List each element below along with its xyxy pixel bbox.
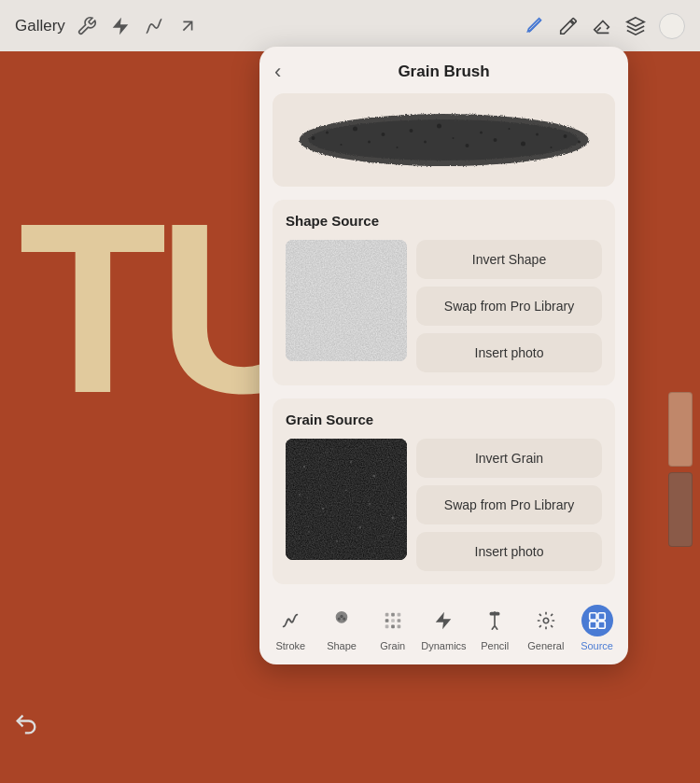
svg-rect-58: [589, 613, 595, 620]
brush-panel: ‹ Grain Brush: [259, 47, 628, 664]
brush-stroke-svg: [273, 93, 615, 187]
stroke-tab-label: Stroke: [275, 640, 305, 651]
svg-point-37: [345, 489, 347, 491]
swap-grain-library-button[interactable]: Swap from Pro Library: [416, 485, 602, 524]
shape-tab-icon: [326, 605, 357, 636]
shape-tab-label: Shape: [327, 640, 357, 651]
svg-rect-59: [597, 613, 604, 620]
svg-point-14: [424, 141, 427, 144]
svg-point-36: [322, 508, 324, 510]
wrench-icon[interactable]: [77, 16, 97, 36]
svg-point-42: [359, 526, 361, 528]
svg-rect-61: [597, 622, 604, 628]
svg-point-39: [392, 517, 395, 520]
tab-dynamics[interactable]: Dynamics: [420, 605, 467, 651]
panel-tab-bar: Stroke Shape: [259, 597, 628, 655]
pencil-tab-icon: [479, 605, 511, 636]
svg-rect-27: [286, 240, 407, 361]
insert-photo-shape-button[interactable]: Insert photo: [416, 333, 602, 372]
panel-title: Grain Brush: [302, 63, 585, 81]
svg-marker-56: [436, 612, 452, 629]
insert-photo-grain-button[interactable]: Insert photo: [416, 532, 602, 571]
svg-rect-51: [391, 619, 395, 622]
panel-header: ‹ Grain Brush: [259, 47, 628, 93]
svg-point-19: [494, 138, 497, 142]
undo-button[interactable]: [9, 707, 43, 741]
svg-point-23: [551, 147, 553, 148]
svg-rect-55: [397, 625, 400, 629]
grain-source-buttons: Invert Grain Swap from Pro Library Inser…: [416, 439, 602, 571]
tab-shape[interactable]: Shape: [318, 605, 365, 651]
svg-rect-50: [385, 619, 389, 622]
palette-swatch-1[interactable]: [668, 392, 693, 467]
svg-point-34: [387, 456, 389, 458]
tab-stroke[interactable]: Stroke: [267, 605, 314, 651]
pencil-tip-icon[interactable]: [525, 16, 545, 36]
lightning-icon[interactable]: [110, 16, 131, 36]
svg-point-8: [341, 144, 343, 146]
svg-rect-54: [391, 625, 395, 629]
tab-general[interactable]: General: [523, 605, 569, 651]
grain-source-content: Invert Grain Swap from Pro Library Inser…: [286, 439, 602, 571]
svg-point-57: [543, 618, 549, 623]
color-swatch[interactable]: [659, 13, 685, 39]
tab-pencil[interactable]: Pencil: [471, 605, 518, 651]
svg-point-32: [350, 461, 352, 463]
grain-source-title: Grain Source: [286, 412, 602, 427]
panel-back-button[interactable]: ‹: [274, 60, 302, 84]
svg-point-22: [536, 133, 539, 136]
svg-point-24: [564, 134, 567, 138]
svg-point-5: [309, 119, 580, 161]
source-tab-label: Source: [581, 640, 613, 651]
svg-point-21: [521, 142, 525, 147]
svg-rect-49: [397, 613, 400, 617]
svg-point-35: [299, 494, 301, 496]
shape-source-content: Invert Shape Swap from Pro Library Inser…: [286, 240, 602, 372]
grain-noise-svg: [286, 439, 407, 560]
svg-point-30: [303, 466, 305, 468]
layers-icon[interactable]: [625, 16, 646, 36]
palette-swatch-2[interactable]: [668, 472, 693, 547]
svg-point-20: [509, 128, 511, 130]
svg-point-25: [578, 141, 581, 144]
svg-point-15: [437, 124, 441, 129]
svg-point-33: [373, 475, 376, 478]
svg-rect-53: [385, 625, 389, 629]
svg-rect-52: [397, 619, 400, 622]
svg-point-9: [353, 127, 357, 132]
svg-marker-3: [627, 17, 644, 25]
svg-point-44: [341, 616, 343, 618]
eraser-icon[interactable]: [592, 16, 612, 36]
grain-thumb-visual: [286, 439, 407, 560]
shape-thumbnail: [286, 240, 407, 361]
general-tab-icon: [530, 605, 562, 636]
shape-noise-svg: [286, 240, 407, 361]
scurve-icon[interactable]: [144, 16, 164, 36]
brush-icon[interactable]: [558, 16, 579, 36]
grain-thumbnail: [286, 439, 407, 560]
pencil-tab-label: Pencil: [481, 640, 509, 651]
arrow-icon[interactable]: [177, 16, 198, 36]
tab-grain[interactable]: Grain: [370, 605, 416, 651]
grain-source-section: Grain Source: [273, 398, 615, 584]
invert-shape-button[interactable]: Invert Shape: [416, 240, 602, 279]
tab-source[interactable]: Source: [574, 605, 621, 651]
toolbar-left-icons: [77, 16, 198, 36]
swap-shape-library-button[interactable]: Swap from Pro Library: [416, 287, 602, 326]
svg-point-11: [382, 133, 385, 136]
shape-source-buttons: Invert Shape Swap from Pro Library Inser…: [416, 240, 602, 372]
svg-point-7: [326, 132, 329, 134]
top-toolbar: Gallery: [0, 0, 700, 51]
svg-point-41: [336, 540, 338, 542]
grain-tab-icon: [377, 605, 409, 636]
svg-point-38: [369, 503, 371, 505]
svg-rect-48: [391, 613, 395, 617]
stroke-tab-icon: [274, 605, 306, 636]
shape-source-section: Shape Source: [273, 200, 615, 385]
invert-grain-button[interactable]: Invert Grain: [416, 439, 602, 478]
grain-tab-label: Grain: [380, 640, 405, 651]
gallery-button[interactable]: Gallery: [15, 17, 65, 35]
svg-line-1: [183, 21, 191, 30]
toolbar-right-icons: [525, 13, 685, 39]
svg-point-6: [312, 136, 315, 140]
